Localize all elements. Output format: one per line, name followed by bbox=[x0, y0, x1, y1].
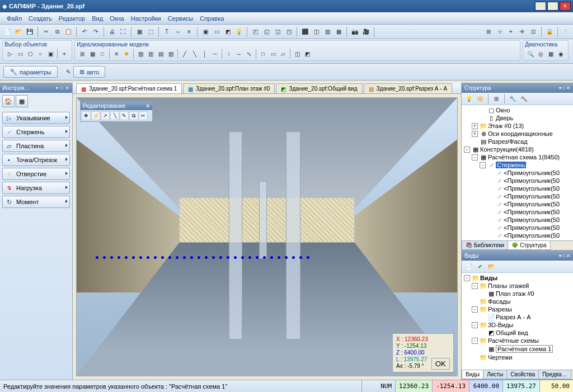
maximize-button[interactable]: ❐ bbox=[547, 2, 558, 11]
tree-node[interactable]: 📁Чертежи bbox=[463, 353, 572, 361]
tool-указывание[interactable]: ▷Указывание bbox=[2, 112, 70, 124]
tree-node[interactable]: ▦План этаж #0 bbox=[463, 290, 572, 297]
id-outline-icon[interactable]: □ bbox=[98, 49, 107, 58]
ok-button[interactable]: OK bbox=[431, 358, 450, 370]
grid-view-icon[interactable]: ▦ bbox=[16, 95, 28, 107]
fold-icon[interactable]: 📂 bbox=[487, 262, 496, 271]
tree-node[interactable]: ⟋<Прямоугольник(50 bbox=[463, 224, 572, 232]
diag3-icon[interactable]: ▦ bbox=[546, 49, 555, 58]
tab-preview[interactable]: Предва… bbox=[538, 370, 571, 379]
tree-node[interactable]: ▦Расчётная схема 1 bbox=[463, 344, 572, 353]
id-mesh2-icon[interactable]: ▥ bbox=[146, 49, 155, 58]
tab-properties[interactable]: Свойства bbox=[506, 370, 539, 379]
ok-icon[interactable]: ✔ bbox=[476, 262, 485, 271]
tool-точка/отрезок[interactable]: •Точка/Отрезок bbox=[2, 154, 70, 166]
view-front-icon[interactable]: ▭ bbox=[212, 27, 221, 36]
new-icon[interactable]: 📄 bbox=[3, 27, 12, 36]
model-icon[interactable]: ⬚ bbox=[146, 27, 155, 36]
id-d2-icon[interactable]: ◩ bbox=[303, 49, 312, 58]
tool-отверстие[interactable]: ○Отверстие bbox=[2, 168, 70, 180]
tool-пластина[interactable]: ▱Пластина bbox=[2, 140, 70, 152]
expand-icon[interactable]: - bbox=[464, 275, 470, 281]
bulb-icon[interactable]: 💡 bbox=[234, 27, 243, 36]
expand-icon[interactable]: - bbox=[472, 306, 478, 313]
et-copy-icon[interactable]: ⧉ bbox=[129, 111, 138, 120]
tool-стержень[interactable]: ⟋Стержень bbox=[2, 126, 70, 138]
expand-icon[interactable]: + bbox=[472, 123, 478, 129]
id-line4-icon[interactable]: ─ bbox=[210, 49, 219, 58]
tree-node[interactable]: -📁Планы этажей bbox=[463, 282, 572, 290]
redo-icon[interactable]: ↷ bbox=[91, 27, 100, 36]
param-tool-icon[interactable]: ✎ bbox=[64, 68, 73, 77]
expand-icon[interactable]: - bbox=[464, 147, 470, 153]
structure-tree[interactable]: ▢Окно▯Дверь+📁Этаж #0 (13)+⊕Оси координац… bbox=[462, 105, 573, 240]
sel-arrow-icon[interactable]: ▷ bbox=[6, 49, 15, 58]
bulb1-icon[interactable]: 💡 bbox=[464, 95, 473, 103]
doc-icon[interactable]: 📄 bbox=[464, 262, 473, 271]
snap4-icon[interactable]: ⁜ bbox=[518, 27, 527, 36]
sel-circle-icon[interactable]: ○ bbox=[36, 49, 45, 58]
tree-node[interactable]: ◩Общий вид bbox=[463, 329, 572, 337]
zoom-fit-icon[interactable]: ⛶ bbox=[119, 27, 128, 36]
id-p3-icon[interactable]: ▱ bbox=[279, 49, 288, 58]
layer-icon[interactable]: ≡ bbox=[185, 27, 194, 36]
tree-node[interactable]: ⟋<Прямоугольник(50 bbox=[463, 169, 572, 177]
paste-icon[interactable]: 📋 bbox=[64, 27, 73, 36]
id-line2-icon[interactable]: ╲ bbox=[190, 49, 199, 58]
doc-tab[interactable]: ▤Здание_20.spf:Разрез А - А bbox=[364, 83, 453, 93]
id-d1-icon[interactable]: ◫ bbox=[293, 49, 302, 58]
snap2-icon[interactable]: ⊹ bbox=[495, 27, 504, 36]
tree-node[interactable]: ▢Окно bbox=[463, 106, 572, 114]
menu-create[interactable]: Создать bbox=[25, 14, 55, 23]
doc-tab[interactable]: ◩Здание_20.spf:Общий вид bbox=[276, 83, 362, 93]
id-line1-icon[interactable]: ╱ bbox=[180, 49, 189, 58]
diag2-icon[interactable]: ◎ bbox=[536, 49, 545, 58]
tree-node[interactable]: ▯Дверь bbox=[463, 114, 572, 122]
tree-node[interactable]: -▦Конструкции(4818) bbox=[463, 145, 572, 153]
viewport[interactable]: Редактирование✕ ✥ ⚡ ↗ ╲ ✎ ⧉ ✂ X : 12360.… bbox=[73, 94, 461, 380]
tree-node[interactable]: ⟋<Прямоугольник(50 bbox=[463, 192, 572, 200]
tab-libraries[interactable]: 📚Библиотеки bbox=[462, 241, 508, 250]
id-star-icon[interactable]: ✸ bbox=[122, 49, 131, 58]
tree-node[interactable]: ⟋<Прямоугольник(50 bbox=[463, 232, 572, 239]
tree-node[interactable]: ⟋<Прямоугольник(50 bbox=[463, 216, 572, 224]
tree-node[interactable]: ⟋<Прямоугольник(50 bbox=[463, 185, 572, 192]
close-button[interactable]: ✕ bbox=[560, 2, 571, 11]
floor-icon[interactable]: ▦ bbox=[135, 27, 144, 36]
id-grid1-icon[interactable]: ⊞ bbox=[78, 49, 87, 58]
et-move-icon[interactable]: ✥ bbox=[82, 111, 91, 120]
expand-icon[interactable]: + bbox=[472, 131, 478, 137]
tree-node[interactable]: ▤Разрез/Фасад bbox=[463, 138, 572, 145]
doc-tab[interactable]: ▦Здание_20.spf:Расчётная схема 1 bbox=[76, 83, 182, 93]
et-pen-icon[interactable]: ✎ bbox=[120, 111, 129, 120]
id-a1-icon[interactable]: ↕ bbox=[224, 49, 233, 58]
hammer-icon[interactable]: 🔨 bbox=[519, 95, 528, 103]
expand-icon[interactable]: - bbox=[472, 322, 478, 328]
id-cross-icon[interactable]: ✕ bbox=[112, 49, 121, 58]
tree-node[interactable]: 📄Разрез А - А bbox=[463, 313, 572, 321]
menu-editor[interactable]: Редактор bbox=[55, 14, 88, 23]
menu-windows[interactable]: Окна bbox=[106, 14, 128, 23]
expand-icon[interactable]: - bbox=[472, 283, 478, 289]
tree-node[interactable]: ⟋<Прямоугольник(50 bbox=[463, 177, 572, 185]
box1-icon[interactable]: ◰ bbox=[251, 27, 260, 36]
tree-node[interactable]: -📁Разрезы bbox=[463, 305, 572, 313]
wrench2-icon[interactable]: 🔧 bbox=[508, 95, 517, 103]
menu-settings[interactable]: Настройки bbox=[128, 14, 165, 23]
tree-node[interactable]: -📁Виды bbox=[463, 274, 572, 282]
id-p1-icon[interactable]: □ bbox=[259, 49, 267, 58]
open-icon[interactable]: 📂 bbox=[14, 27, 23, 36]
snap1-icon[interactable]: ⊞ bbox=[484, 27, 493, 36]
id-mesh3-icon[interactable]: ▤ bbox=[156, 49, 165, 58]
copy-icon[interactable]: ⧉ bbox=[53, 27, 62, 36]
expand-icon[interactable]: - bbox=[472, 338, 478, 344]
info-icon[interactable]: ! bbox=[561, 27, 570, 36]
minimize-button[interactable]: _ bbox=[535, 2, 546, 11]
cube2-icon[interactable]: ◫ bbox=[312, 27, 321, 36]
tree1-icon[interactable]: ⊞ bbox=[492, 95, 501, 103]
tree-node[interactable]: -▦Расчётная схема 1(8450) bbox=[463, 153, 572, 161]
tool-нагрузка[interactable]: ↯Нагрузка bbox=[2, 182, 70, 194]
expand-icon[interactable]: - bbox=[480, 162, 486, 168]
tool-момент[interactable]: ↻Момент bbox=[2, 196, 70, 208]
cube3-icon[interactable]: ▨ bbox=[323, 27, 332, 36]
